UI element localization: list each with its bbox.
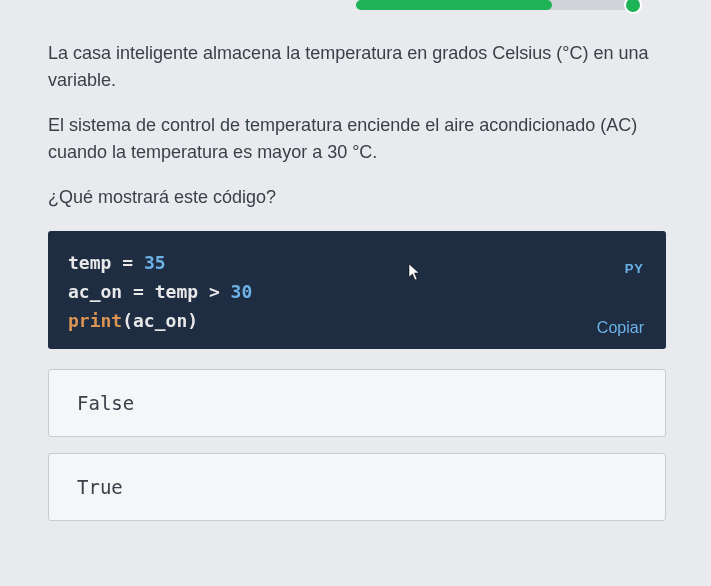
question-paragraph-3: ¿Qué mostrará este código? — [48, 184, 666, 211]
code-line-2: ac_on = temp > 30 — [68, 278, 646, 307]
question-text: La casa inteligente almacena la temperat… — [48, 40, 666, 211]
main-content: La casa inteligente almacena la temperat… — [0, 0, 711, 521]
code-content: temp = 35 ac_on = temp > 30 print(ac_on) — [68, 249, 646, 335]
progress-fill — [356, 0, 552, 10]
question-paragraph-2: El sistema de control de temperatura enc… — [48, 112, 666, 166]
answer-option-false[interactable]: False — [48, 369, 666, 437]
language-badge: PY — [625, 261, 644, 276]
question-paragraph-1: La casa inteligente almacena la temperat… — [48, 40, 666, 94]
answer-option-true[interactable]: True — [48, 453, 666, 521]
progress-bar — [356, 0, 636, 10]
copy-button[interactable]: Copiar — [597, 319, 644, 337]
code-line-1: temp = 35 — [68, 249, 646, 278]
code-line-3: print(ac_on) — [68, 307, 646, 336]
code-block: temp = 35 ac_on = temp > 30 print(ac_on)… — [48, 231, 666, 349]
